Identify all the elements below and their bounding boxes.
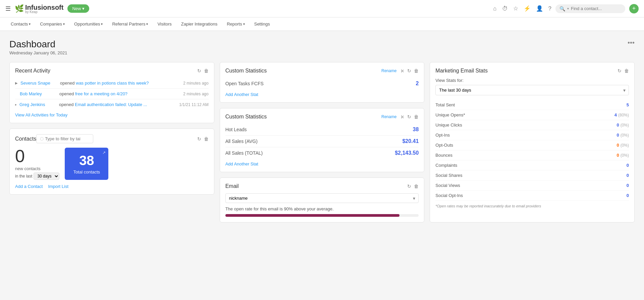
stat-social-shares: Social Shares 0 [435, 170, 629, 181]
nav-settings[interactable]: Settings [250, 19, 274, 29]
search-bar: 🔍 ▾ [555, 4, 625, 13]
stat-label: Open Tasks FCFS [225, 81, 264, 86]
contacts-widget: Contacts ⬡ ↻ 🗑 0 new contacts [9, 129, 214, 195]
contacts-filter-wrap: ⬡ [36, 134, 93, 143]
star-icon[interactable]: ☆ [513, 5, 518, 12]
stat-name: Social Opt-Ins [435, 193, 463, 198]
custom-stats-1-actions: Rename ⤪ ↻ 🗑 [381, 68, 419, 73]
stat-value: 4 [614, 112, 617, 117]
import-list-link[interactable]: Import List [48, 184, 68, 189]
email-disclaimer: *Open rates may be reported inaccurately… [435, 204, 629, 208]
email-refresh-icon[interactable]: ↻ [407, 184, 411, 189]
email-link[interactable]: Email authentication failed: Update ... [75, 102, 147, 107]
refresh-icon[interactable]: ↻ [407, 68, 411, 73]
marketing-trash-icon[interactable]: 🗑 [624, 68, 629, 73]
stat-value: 0 [627, 173, 629, 178]
total-contacts-label: Total contacts [73, 169, 100, 174]
stat-value: 0 [627, 183, 629, 188]
in-last-label: in the last [15, 174, 32, 179]
stat-value: 0 [616, 122, 619, 128]
stat-value: 5 [627, 102, 629, 107]
contact-link[interactable]: Severus Snape [20, 81, 57, 86]
total-contacts-box[interactable]: ↗ 38 Total contacts [65, 148, 108, 180]
contacts-arrow-icon: ▾ [29, 22, 31, 26]
stat-social-views: Social Views 0 [435, 181, 629, 191]
filter-icon: ⬡ [40, 136, 44, 141]
nav-contacts[interactable]: Contacts ▾ [7, 19, 35, 29]
recent-activity-widget: Recent Activity ↻ 🗑 ▶ Severus Snape open… [9, 62, 214, 123]
marketing-stats-header: Marketing Email Stats ↻ 🗑 [435, 68, 629, 74]
stats-period-wrap: The last 30 days [435, 85, 629, 95]
nav-reports[interactable]: Reports ▾ [223, 19, 249, 29]
stat-value: 0 [627, 193, 629, 198]
trash-icon[interactable]: 🗑 [414, 68, 419, 73]
email-title: Email [225, 183, 239, 189]
recent-activity-header: Recent Activity ↻ 🗑 [15, 68, 209, 74]
view-stats-label: View Stats for: [435, 78, 629, 83]
add-contact-link[interactable]: Add a Contact [15, 184, 43, 189]
rename-button[interactable]: Rename [381, 68, 396, 73]
add-stat-2-button[interactable]: Add Another Stat [225, 161, 258, 166]
expand-icon[interactable]: ▶ [15, 81, 18, 85]
lightning-icon[interactable]: ⚡ [524, 5, 531, 12]
search-input[interactable] [571, 6, 621, 11]
contacts-period-select[interactable]: 30 days [34, 172, 59, 180]
nav-opportunities[interactable]: Opportunities ▾ [70, 19, 107, 29]
recent-activity-title: Recent Activity [15, 68, 50, 74]
marketing-refresh-icon[interactable]: ↻ [618, 68, 622, 73]
nav-visitors[interactable]: Visitors [153, 19, 175, 29]
new-button[interactable]: New ▾ [67, 4, 89, 13]
expand-icon[interactable]: ▸ [15, 103, 17, 106]
nav-referral-partners[interactable]: Referral Partners ▾ [108, 19, 152, 29]
trash-icon[interactable]: 🗑 [204, 68, 209, 73]
contacts-trash-icon[interactable]: 🗑 [204, 136, 209, 142]
nav-companies[interactable]: Companies ▾ [36, 19, 69, 29]
email-select-wrap: nickname [225, 193, 419, 203]
email-link[interactable]: free for a meeting on 4/20? [75, 91, 127, 96]
hamburger-icon[interactable]: ☰ [5, 5, 11, 12]
contact-link[interactable]: Greg Jenkins [19, 102, 56, 107]
home-icon[interactable]: ⌂ [493, 5, 496, 12]
contacts-body: 0 new contacts in the last 30 days ↗ 38 … [15, 147, 209, 180]
stat-name: Total Sent [435, 102, 455, 107]
stat-pct: (0%) [621, 153, 629, 158]
refresh-icon[interactable]: ↻ [197, 68, 201, 73]
email-select[interactable]: nickname [225, 193, 419, 203]
stat-opt-outs: Opt-Outs 0(0%) [435, 140, 629, 150]
stat-pct: (0%) [621, 123, 629, 128]
activity-row: ▸ Greg Jenkins opened Email authenticati… [15, 99, 209, 110]
custom-stats-2-rows: Hot Leads 38 All Sales (AVG) $20.41 All … [225, 124, 419, 159]
view-all-link[interactable]: View All Activities for Today [15, 112, 67, 117]
dashboard-header: Dashboard Wednesday January 06, 2021 ••• [9, 39, 635, 55]
dashboard-more-icon[interactable]: ••• [628, 39, 635, 47]
add-stat-button[interactable]: Add Another Stat [225, 92, 258, 97]
nav-zapier[interactable]: Zapier Integrations [177, 19, 221, 29]
share-icon[interactable]: ⤪ [400, 68, 405, 73]
clock-icon[interactable]: ⏱ [502, 5, 508, 12]
trash-2-icon[interactable]: 🗑 [414, 114, 419, 119]
email-trash-icon[interactable]: 🗑 [414, 184, 419, 189]
stats-period-select[interactable]: The last 30 days [435, 85, 629, 95]
stat-name: Opt-Outs [435, 143, 453, 148]
user-icon[interactable]: 👤 [536, 5, 543, 12]
stat-pct: (0%) [621, 133, 629, 138]
share-2-icon[interactable]: ⤪ [400, 114, 405, 119]
contact-link[interactable]: Bob Marley [20, 91, 57, 96]
contacts-filter-input[interactable] [45, 136, 89, 141]
stat-name: Unique Clicks [435, 122, 462, 128]
stat-pct: (80%) [618, 113, 629, 117]
contacts-period: in the last 30 days [15, 172, 59, 180]
add-contact-button[interactable]: + [629, 4, 639, 13]
email-bar [225, 214, 399, 217]
companies-arrow-icon: ▾ [63, 22, 65, 26]
top-bar: ☰ 🌿 Infusionsoft by Keap New ▾ ⌂ ⏱ ☆ ⚡ 👤… [0, 0, 644, 17]
stat-name: Social Shares [435, 173, 462, 178]
stat-name: Social Views [435, 183, 460, 188]
email-link[interactable]: was potter in potions class this week? [76, 81, 149, 86]
refresh-2-icon[interactable]: ↻ [407, 114, 411, 119]
help-icon[interactable]: ? [548, 5, 551, 12]
opportunities-arrow-icon: ▾ [101, 22, 103, 26]
contacts-refresh-icon[interactable]: ↻ [197, 136, 201, 142]
search-dropdown-arrow[interactable]: ▾ [567, 7, 569, 10]
rename-2-button[interactable]: Rename [381, 114, 396, 119]
